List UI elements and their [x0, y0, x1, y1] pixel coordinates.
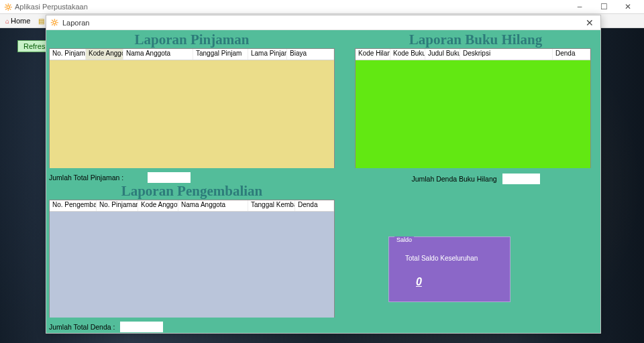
- pengembalian-summary: Jumlah Total Denda :: [49, 322, 335, 332]
- report-close-button[interactable]: ✕: [583, 17, 596, 28]
- home-icon: ⌂: [5, 17, 9, 25]
- report-window-title: Laporan: [62, 19, 89, 27]
- hilang-table-body: [356, 60, 590, 168]
- col-lama-pinjam[interactable]: Lama Pinjam: [248, 49, 287, 60]
- hilang-summary-label: Jumlah Denda Buku Hilang: [411, 175, 496, 183]
- hilang-title: Laporan Buku Hilang: [355, 31, 596, 48]
- app-icon: 🔆: [4, 3, 12, 11]
- col-kode-anggota-2[interactable]: Kode Anggota: [138, 200, 178, 211]
- col-tanggal-pinjam[interactable]: Tanggal Pinjam: [193, 49, 248, 60]
- pengembalian-table-body: [50, 212, 334, 318]
- pengembalian-table[interactable]: No. Pengembalian No. Pinjaman Kode Anggo…: [49, 200, 335, 318]
- col-nama-anggota-2[interactable]: Nama Anggota: [178, 200, 248, 211]
- col-kode-hilang[interactable]: Kode Hilang: [356, 49, 390, 60]
- pengembalian-title: Laporan Pengembalian: [49, 183, 335, 200]
- hilang-table[interactable]: Kode Hilang Kode Buku Judul Buku Deskrip…: [355, 48, 591, 168]
- hilang-summary-value: [502, 174, 540, 184]
- outer-titlebar: 🔆 Aplikasi Perpustakaan – ☐ ✕: [0, 0, 644, 13]
- toolbar-home-label: Home: [11, 17, 30, 25]
- saldo-panel: Saldo Total Saldo Keseluruhan 0: [388, 236, 511, 302]
- col-deskripsi[interactable]: Deskripsi: [460, 49, 553, 60]
- pengembalian-summary-value: [120, 322, 163, 332]
- col-kode-anggota[interactable]: Kode Anggota: [86, 49, 123, 60]
- saldo-label: Total Saldo Keseluruhan: [405, 255, 478, 262]
- report-body: Laporan Pinjaman No. Pinjaman Kode Anggo…: [46, 30, 600, 333]
- app-title: Aplikasi Perpustakaan: [15, 3, 88, 11]
- col-kode-buku[interactable]: Kode Buku: [390, 49, 425, 60]
- pinjaman-summary-label: Jumlah Total Pinjaman :: [49, 174, 123, 182]
- col-nama-anggota[interactable]: Nama Anggota: [123, 49, 193, 60]
- pinjaman-summary-value: [148, 172, 191, 183]
- col-biaya[interactable]: Biaya: [287, 49, 334, 60]
- pinjaman-table-header: No. Pinjaman Kode Anggota Nama Anggota T…: [50, 49, 334, 60]
- col-denda[interactable]: Denda: [295, 200, 334, 211]
- col-denda-hilang[interactable]: Denda: [553, 49, 590, 60]
- col-no-pengembalian[interactable]: No. Pengembalian: [50, 200, 97, 211]
- col-no-pinjaman-2[interactable]: No. Pinjaman: [97, 200, 138, 211]
- saldo-value: 0: [416, 276, 422, 288]
- report-window: 🔆 Laporan ✕ Laporan Pinjaman No. Pinjama…: [46, 15, 601, 334]
- pinjaman-summary: Jumlah Total Pinjaman :: [49, 172, 335, 183]
- close-button[interactable]: ✕: [616, 2, 640, 11]
- col-no-pinjaman[interactable]: No. Pinjaman: [50, 49, 86, 60]
- pinjaman-table[interactable]: No. Pinjaman Kode Anggota Nama Anggota T…: [49, 48, 335, 168]
- maximize-button[interactable]: ☐: [592, 2, 616, 11]
- report-window-titlebar: 🔆 Laporan ✕: [46, 15, 600, 30]
- pengembalian-summary-label: Jumlah Total Denda :: [49, 323, 115, 331]
- hilang-table-header: Kode Hilang Kode Buku Judul Buku Deskrip…: [356, 49, 590, 60]
- minimize-button[interactable]: –: [568, 2, 592, 11]
- pengembalian-table-header: No. Pengembalian No. Pinjaman Kode Anggo…: [50, 200, 334, 212]
- col-judul-buku[interactable]: Judul Buku: [425, 49, 460, 60]
- hilang-summary: Jumlah Denda Buku Hilang: [355, 174, 596, 184]
- col-tanggal-kembali[interactable]: Tanggal Kembali: [248, 200, 295, 211]
- pinjaman-table-body: [50, 60, 334, 168]
- report-window-icon: 🔆: [50, 19, 58, 26]
- toolbar-home[interactable]: ⌂ Home: [3, 17, 33, 25]
- pinjaman-title: Laporan Pinjaman: [49, 31, 335, 48]
- saldo-legend: Saldo: [394, 236, 414, 243]
- list-icon: ▤: [38, 17, 44, 25]
